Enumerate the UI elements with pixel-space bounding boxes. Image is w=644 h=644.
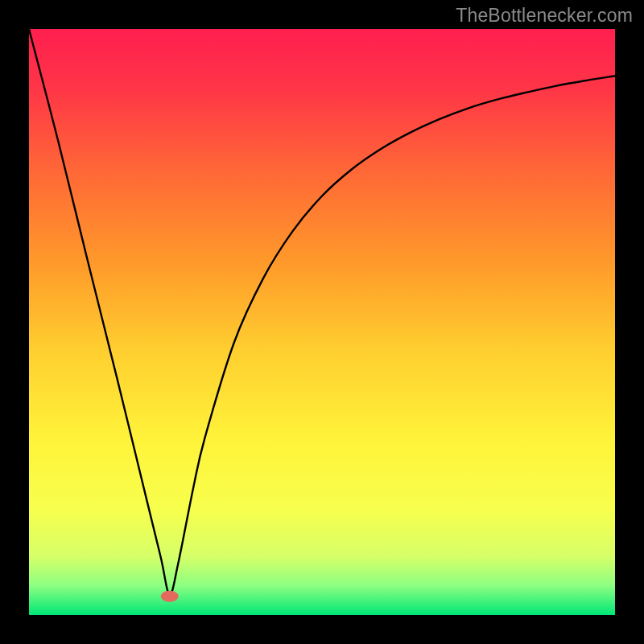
attribution-label: TheBottlenecker.com	[456, 5, 633, 27]
chart-min-marker	[161, 591, 179, 602]
chart-background-gradient	[29, 29, 615, 615]
chart-plot-area	[29, 29, 615, 615]
chart-svg	[29, 29, 615, 615]
chart-frame: TheBottlenecker.com	[0, 0, 644, 644]
